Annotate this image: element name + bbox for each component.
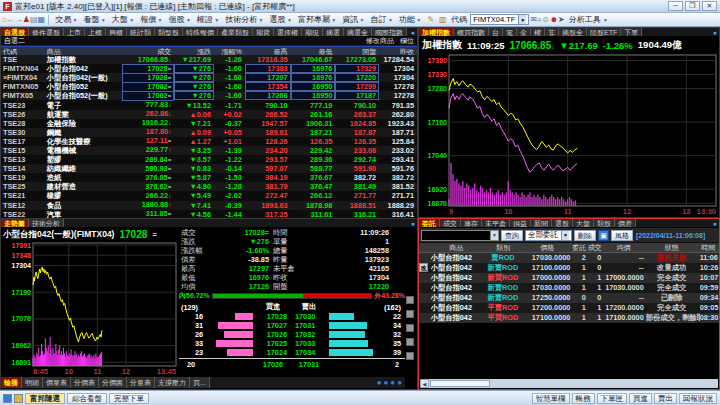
bid-qty[interactable]: 23 bbox=[179, 348, 205, 357]
tab-6[interactable]: 選股 bbox=[552, 219, 573, 227]
status-button-3[interactable]: 買進 bbox=[629, 393, 652, 404]
bid-volume-bar[interactable] bbox=[205, 349, 255, 356]
quote-row-TSE12[interactable]: TSE12食品1880.88↑▼7.41-0.391893.631878.981… bbox=[1, 201, 417, 210]
scroll-square[interactable] bbox=[406, 324, 414, 332]
menu-7[interactable]: 選股 ▼ bbox=[267, 14, 295, 26]
tab-9[interactable]: 價差 bbox=[615, 219, 636, 227]
quote-row-TSE25[interactable]: TSE25建材營造376.62=▼4.90-1.28381.79376.4738… bbox=[1, 182, 417, 191]
quote-row-TSE23[interactable]: TSE23電子777.83↓▼13.52-1.71790.10777.19790… bbox=[1, 100, 417, 109]
scroll-square[interactable] bbox=[406, 296, 414, 304]
panel-info-icon[interactable]: ● bbox=[411, 219, 417, 227]
watchlist-name[interactable]: 自選二 bbox=[4, 36, 25, 46]
ladder-row[interactable]: 16170281703022 bbox=[179, 312, 405, 321]
tab-6[interactable]: 非 bbox=[545, 28, 559, 36]
chat-icon[interactable]: ✉ bbox=[530, 15, 537, 24]
tab-6[interactable]: 類型股 bbox=[155, 28, 183, 36]
pen-icon[interactable]: ✎ bbox=[425, 14, 436, 25]
scroll-left-icon[interactable]: ◀ bbox=[420, 379, 429, 388]
order-row[interactable]: 小型台指042平賣ROD17200.00001117200.0000完全成交09… bbox=[419, 303, 719, 313]
tab-3[interactable]: 電 bbox=[503, 28, 517, 36]
tab-3[interactable]: 未平倉 bbox=[482, 219, 510, 227]
quote-row-TSE26[interactable]: TSE26航運業262.86↓▲0.06+0.02266.52261.16263… bbox=[1, 110, 417, 119]
chevron-down-icon[interactable]: ▼ bbox=[518, 15, 526, 24]
col-header[interactable]: 均價 bbox=[603, 243, 645, 253]
ask-price[interactable]: 17033 bbox=[291, 339, 327, 348]
quote-row-TSE30[interactable]: TSE30鋼鐵187.80↑▲0.09+0.05189.61187.21187.… bbox=[1, 128, 417, 137]
nav-dot-icon[interactable]: ● bbox=[383, 378, 388, 387]
order-row[interactable]: 改小型台指042新賣ROD17100.000010--改量成功10:26 bbox=[419, 263, 719, 273]
tab-2[interactable]: 價量表 bbox=[43, 377, 71, 388]
tab-7[interactable]: 買... bbox=[190, 377, 210, 388]
bid-qty[interactable]: 26 bbox=[179, 330, 205, 339]
bid-volume-bar[interactable] bbox=[205, 331, 255, 338]
status-yellow-icon[interactable] bbox=[14, 394, 23, 403]
ask-qty[interactable]: 32 bbox=[377, 330, 403, 339]
folder-icon[interactable]: ▥ bbox=[437, 14, 448, 25]
tab-1[interactable]: 明細 bbox=[22, 377, 43, 388]
print-icon[interactable]: ▤ bbox=[30, 15, 38, 24]
refresh-icon[interactable]: ▣ bbox=[598, 230, 609, 241]
menu-3[interactable]: 報價 ▼ bbox=[137, 14, 165, 26]
tab-0[interactable]: 走勢圖 bbox=[1, 219, 29, 227]
tab-1[interactable]: 條件選股 bbox=[29, 28, 64, 36]
panel-info-icon[interactable]: ● bbox=[713, 219, 719, 227]
order-row[interactable]: 小型台指042賣ROD17030.000020--委託失敗11:06 bbox=[419, 253, 719, 263]
ask-volume-bar[interactable] bbox=[327, 331, 377, 338]
quote-row-TSE13[interactable]: TSE13塑膠289.84=▼3.57-1.22293.57289.36292.… bbox=[1, 155, 417, 164]
bid-qty[interactable]: 31 bbox=[179, 321, 205, 330]
tab-1[interactable]: 技術分析 bbox=[29, 219, 64, 227]
delete-button[interactable]: 刪除 bbox=[574, 230, 596, 241]
scrollbar-thumb[interactable] bbox=[430, 380, 490, 387]
status-button-1[interactable]: 帳務 bbox=[572, 393, 595, 404]
tab-6[interactable]: 支撐壓力 bbox=[155, 377, 190, 388]
workspace-tab-2[interactable]: 完整下單 bbox=[109, 393, 149, 404]
ladder-row[interactable]: 31170271703134 bbox=[179, 321, 405, 330]
window-icon[interactable]: ▦ bbox=[38, 15, 46, 24]
user-icon[interactable]: ♟ bbox=[23, 15, 30, 24]
quote-row-TSE14[interactable]: TSE14紡織纖維590.93=▼0.83-0.14597.07588.7759… bbox=[1, 164, 417, 173]
account-combo[interactable]: ▼ bbox=[421, 230, 499, 241]
menu-1[interactable]: 看盤 ▼ bbox=[80, 14, 108, 26]
order-filter-combo[interactable]: 全部委託 ▼ bbox=[525, 230, 572, 241]
tab-11[interactable]: 期現 bbox=[302, 28, 323, 36]
tab-8[interactable]: 類股 bbox=[594, 219, 615, 227]
tab-14[interactable]: 國際指數 bbox=[372, 28, 407, 36]
bid-price[interactable]: 17028 bbox=[255, 312, 291, 321]
ladder-row[interactable]: 26170261703232 bbox=[179, 330, 405, 339]
forward-icon[interactable]: → bbox=[15, 15, 23, 24]
bid-volume-bar[interactable] bbox=[205, 313, 255, 320]
minimize-button[interactable]: ─ bbox=[668, 1, 683, 11]
tab-5[interactable]: 統計類 bbox=[127, 28, 155, 36]
scroll-square[interactable] bbox=[406, 338, 414, 346]
tab-3[interactable]: 分價表 bbox=[71, 377, 99, 388]
nav-dot-icon[interactable]: ● bbox=[397, 378, 402, 387]
ladder-row[interactable]: 33170251703335 bbox=[179, 339, 405, 348]
menu-5[interactable]: 權證 ▼ bbox=[194, 14, 222, 26]
quote-row-TSE28[interactable]: TSE28金融保險1916.22↓▼7.21-0.371947.571906.3… bbox=[1, 119, 417, 128]
tab-2[interactable]: 台 bbox=[489, 28, 503, 36]
bid-price[interactable]: 17025 bbox=[255, 339, 291, 348]
menu-10[interactable]: 自訂 ▼ bbox=[368, 14, 396, 26]
status-button-2[interactable]: 下單匣 bbox=[597, 393, 628, 404]
col-header[interactable]: 委託 bbox=[572, 243, 587, 253]
quote-row-FIMTXN04[interactable]: FIMTXN04小型台指04217028=▼276-1.601738316976… bbox=[1, 64, 417, 73]
tab-5[interactable]: 權 bbox=[531, 28, 545, 36]
tab-3[interactable]: 上櫃 bbox=[85, 28, 106, 36]
status-button-5[interactable]: 回報狀況 bbox=[679, 393, 717, 404]
menu-9[interactable]: 資訊 ▼ bbox=[339, 14, 367, 26]
close-button[interactable]: ✕ bbox=[702, 1, 717, 11]
tab-10[interactable]: 選擇權 bbox=[274, 28, 302, 36]
tab-0[interactable]: 委託 bbox=[419, 219, 440, 227]
bid-price[interactable]: 17024 bbox=[255, 348, 291, 357]
tab-0[interactable]: 輪播 bbox=[1, 377, 22, 388]
menu-6[interactable]: 技術分析 ▼ bbox=[222, 14, 266, 26]
tab-9[interactable]: 下單 bbox=[621, 28, 642, 36]
ask-volume-bar[interactable] bbox=[327, 313, 377, 320]
ask-volume-bar[interactable] bbox=[327, 349, 377, 356]
status-button-0[interactable]: 智慧單欄 bbox=[532, 393, 570, 404]
tab-4[interactable]: 損益 bbox=[510, 219, 531, 227]
maximize-button[interactable]: ❐ bbox=[685, 1, 700, 11]
tab-2[interactable]: 上市 bbox=[64, 28, 85, 36]
order-row[interactable]: 小型台指042新買ROD17000.00001117000.0000完全成交10… bbox=[419, 273, 719, 283]
bid-qty[interactable]: 16 bbox=[179, 312, 205, 321]
